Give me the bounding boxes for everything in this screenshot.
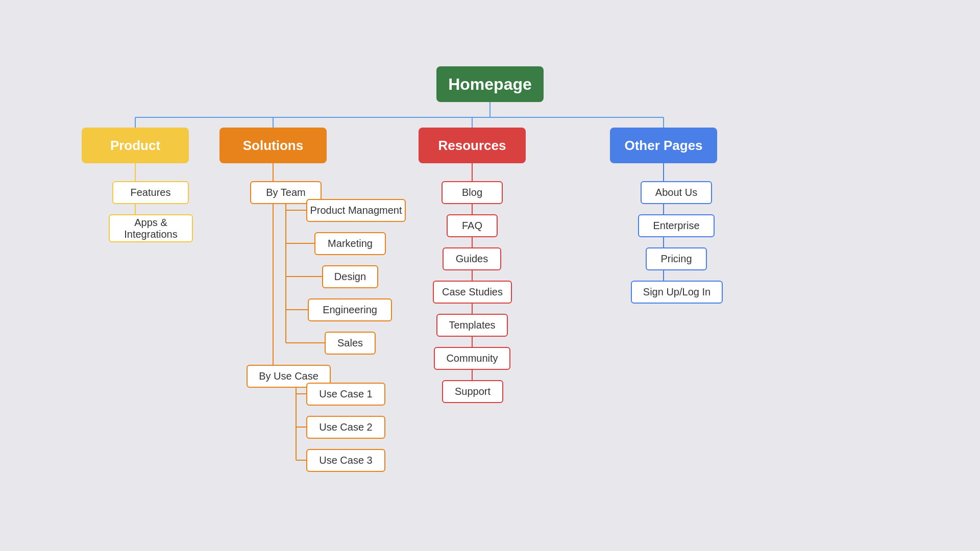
other-pages-label: Other Pages [624,138,702,154]
homepage-label: Homepage [448,75,532,94]
product-node: Product [82,128,189,163]
guides-label: Guides [456,253,488,265]
about-us-label: About Us [655,187,697,198]
case-studies-label: Case Studies [442,286,503,298]
guides-node: Guides [443,247,501,270]
use-case-1-node: Use Case 1 [306,383,385,406]
marketing-node: Marketing [314,232,386,255]
engineering-node: Engineering [308,298,392,321]
product-label: Product [110,138,160,154]
other-pages-node: Other Pages [610,128,717,163]
design-label: Design [334,271,366,283]
templates-node: Templates [436,314,508,337]
support-label: Support [455,386,491,397]
resources-node: Resources [419,128,526,163]
enterprise-node: Enterprise [638,214,715,237]
community-label: Community [446,353,498,364]
product-mgmt-label: Product Managment [310,205,402,216]
support-node: Support [442,380,503,403]
use-case-2-label: Use Case 2 [319,421,373,433]
apps-node: Apps &Integrations [109,214,193,242]
pricing-label: Pricing [660,253,692,265]
signup-node: Sign Up/Log In [631,281,723,304]
about-us-node: About Us [641,181,712,204]
case-studies-node: Case Studies [433,281,512,304]
engineering-label: Engineering [323,304,377,316]
signup-label: Sign Up/Log In [643,286,710,298]
marketing-label: Marketing [328,238,373,249]
enterprise-label: Enterprise [653,220,699,232]
product-mgmt-node: Product Managment [306,199,406,222]
features-node: Features [112,181,189,204]
features-label: Features [131,187,171,198]
use-case-3-node: Use Case 3 [306,449,385,472]
resources-label: Resources [438,138,506,154]
solutions-node: Solutions [219,128,327,163]
by-team-label: By Team [266,187,305,198]
solutions-label: Solutions [243,138,303,154]
sales-label: Sales [337,337,363,349]
faq-node: FAQ [447,214,498,237]
templates-label: Templates [449,319,495,331]
pricing-node: Pricing [646,247,707,270]
blog-label: Blog [462,187,482,198]
use-case-1-label: Use Case 1 [319,388,373,400]
use-case-3-label: Use Case 3 [319,455,373,466]
use-case-2-node: Use Case 2 [306,416,385,439]
by-use-case-label: By Use Case [259,370,318,382]
sales-node: Sales [325,332,376,355]
apps-label: Apps &Integrations [124,217,178,240]
community-node: Community [434,347,510,370]
blog-node: Blog [442,181,503,204]
design-node: Design [322,265,378,288]
faq-label: FAQ [462,220,482,232]
homepage-node: Homepage [436,66,544,102]
sitemap-diagram: Homepage Product Solutions Resources Oth… [0,0,980,551]
